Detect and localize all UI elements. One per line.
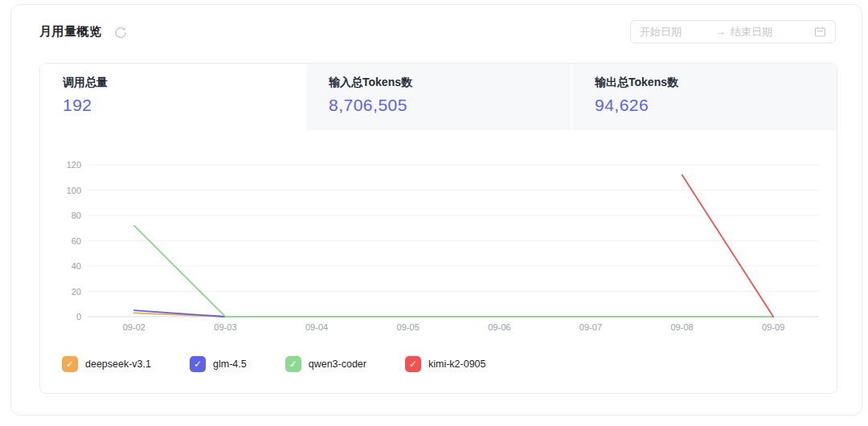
y-tick-label: 40 xyxy=(72,261,81,271)
legend-item-kimi[interactable]: ✓ kimi-k2-0905 xyxy=(405,356,486,372)
range-arrow-icon: → xyxy=(715,26,726,38)
stat-label: 调用总量 xyxy=(63,76,305,90)
legend-label: glm-4.5 xyxy=(213,358,247,370)
stat-tabs: 调用总量 192 输入总Tokens数 8,706,505 输出总Tokens数… xyxy=(40,63,837,130)
x-tick-label: 09-07 xyxy=(579,322,602,332)
x-tick-label: 09-03 xyxy=(214,322,236,332)
tab-input-tokens[interactable]: 输入总Tokens数 8,706,505 xyxy=(305,63,571,130)
legend-label: deepseek-v3.1 xyxy=(85,358,151,370)
y-tick-label: 100 xyxy=(67,186,81,195)
chart-legend: ✓ deepseek-v3.1 ✓ glm-4.5 ✓ qwen3-coder … xyxy=(62,356,486,372)
y-tick-label: 80 xyxy=(72,211,81,220)
x-tick-label: 09-08 xyxy=(670,322,693,332)
tab-total-calls[interactable]: 调用总量 192 xyxy=(40,63,305,130)
stat-label: 输出总Tokens数 xyxy=(595,76,837,90)
calendar-icon[interactable] xyxy=(814,26,826,38)
legend-item-qwen[interactable]: ✓ qwen3-coder xyxy=(285,356,366,372)
usage-panel: 调用总量 192 输入总Tokens数 8,706,505 输出总Tokens数… xyxy=(39,63,837,394)
x-tick-label: 09-09 xyxy=(762,322,784,332)
checkbox-checked-icon: ✓ xyxy=(190,356,206,372)
legend-label: qwen3-coder xyxy=(309,358,366,370)
stat-value: 94,626 xyxy=(595,96,837,115)
monthly-usage-card: 月用量概览 → 调用总量 192 输入总Tokens数 xyxy=(10,4,862,416)
legend-label: kimi-k2-0905 xyxy=(428,358,486,370)
page-title: 月用量概览 xyxy=(39,24,102,39)
y-tick-label: 20 xyxy=(72,287,81,297)
end-date-input[interactable] xyxy=(731,26,801,38)
legend-item-deepseek[interactable]: ✓ deepseek-v3.1 xyxy=(62,356,151,372)
x-tick-label: 09-06 xyxy=(488,322,510,332)
x-tick-label: 09-04 xyxy=(305,322,328,332)
refresh-icon[interactable] xyxy=(113,25,129,41)
checkbox-checked-icon: ✓ xyxy=(285,356,301,372)
y-tick-label: 120 xyxy=(67,160,81,170)
checkbox-checked-icon: ✓ xyxy=(405,356,421,372)
series-line-deepseek-v3.1 xyxy=(134,313,317,317)
x-tick-label: 09-02 xyxy=(123,322,145,332)
x-tick-label: 09-05 xyxy=(397,322,420,332)
checkbox-checked-icon: ✓ xyxy=(62,356,78,372)
series-line-glm-4.5 xyxy=(134,310,226,317)
start-date-input[interactable] xyxy=(640,26,710,38)
y-tick-label: 60 xyxy=(72,236,81,246)
tab-output-tokens[interactable]: 输出总Tokens数 94,626 xyxy=(571,63,837,130)
stat-value: 192 xyxy=(63,96,305,115)
series-line-qwen3-coder xyxy=(134,226,773,317)
y-tick-label: 0 xyxy=(76,312,81,322)
series-line-kimi-k2-0905 xyxy=(682,175,774,317)
stat-value: 8,706,505 xyxy=(329,96,571,115)
date-range-picker[interactable]: → xyxy=(630,20,836,43)
legend-item-glm[interactable]: ✓ glm-4.5 xyxy=(190,356,247,372)
stat-label: 输入总Tokens数 xyxy=(329,76,571,90)
